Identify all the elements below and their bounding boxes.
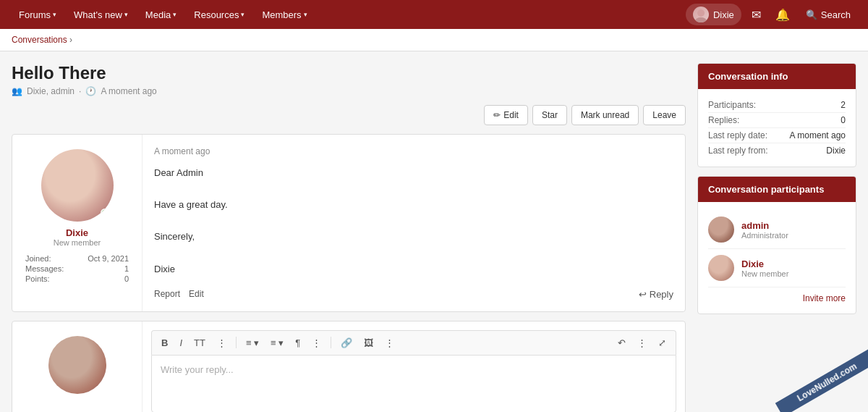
info-replies-row: Replies: 0 bbox=[708, 113, 846, 128]
italic-button[interactable]: I bbox=[176, 335, 186, 350]
reply-avatar bbox=[48, 336, 106, 394]
user-badge[interactable]: Dixie bbox=[686, 4, 741, 25]
nav-left: Forums ▾ What's new ▾ Media ▾ Resources … bbox=[12, 0, 686, 29]
participant-admin-avatar bbox=[708, 216, 734, 243]
online-status-dot bbox=[101, 209, 109, 217]
expand-button[interactable]: ⤢ bbox=[655, 335, 670, 350]
conv-info-body: Participants: 2 Replies: 0 Last reply da… bbox=[698, 89, 856, 167]
reply-button[interactable]: ↩ Reply bbox=[639, 289, 673, 300]
info-last-reply-date-row: Last reply date: A moment ago bbox=[708, 128, 846, 143]
list-button[interactable]: ≡ ▾ bbox=[242, 335, 263, 350]
clock-icon: 🕐 bbox=[85, 86, 96, 96]
search-icon: 🔍 bbox=[806, 9, 817, 20]
members-arrow-icon: ▾ bbox=[304, 11, 307, 18]
whats-new-arrow-icon: ▾ bbox=[124, 11, 128, 18]
message-links: Report Edit bbox=[154, 289, 204, 299]
resources-arrow-icon: ▾ bbox=[241, 11, 244, 18]
participant-dixie-role: New member bbox=[741, 269, 788, 278]
nav-resources[interactable]: Resources ▾ bbox=[187, 0, 252, 29]
paragraph-button[interactable]: ¶ bbox=[292, 335, 304, 350]
messages-icon[interactable]: ✉ bbox=[747, 5, 765, 25]
nav-whats-new[interactable]: What's new ▾ bbox=[67, 0, 135, 29]
meta-time: A moment ago bbox=[101, 86, 156, 96]
action-row: ✏ Edit Star Mark unread Leave bbox=[12, 105, 686, 125]
message-card: Dixie New member Joined: Oct 9, 2021 Mes… bbox=[12, 134, 686, 312]
alerts-icon[interactable]: 🔔 bbox=[771, 5, 794, 25]
media-arrow-icon: ▾ bbox=[173, 11, 176, 18]
toolbar-sep-2 bbox=[331, 337, 331, 348]
editor-textarea[interactable]: Write your reply... bbox=[151, 355, 676, 412]
main-column: Hello There 👥 Dixie, admin · 🕐 A moment … bbox=[12, 63, 686, 412]
more-insert-button[interactable]: ⋮ bbox=[381, 335, 398, 350]
image-button[interactable]: 🖼 bbox=[360, 335, 377, 350]
forums-arrow-icon: ▾ bbox=[53, 11, 56, 18]
message-user-panel: Dixie New member Joined: Oct 9, 2021 Mes… bbox=[12, 135, 142, 311]
participant-dixie-row: Dixie New member bbox=[708, 249, 846, 287]
star-button[interactable]: Star bbox=[532, 105, 567, 125]
mark-unread-button[interactable]: Mark unread bbox=[571, 105, 639, 125]
username[interactable]: Dixie bbox=[24, 227, 130, 238]
reply-card: B I TT ⋮ ≡ ▾ ≡ ▾ ¶ ⋮ 🔗 🖼 ⋮ ↶ ⋮ ⤢ bbox=[12, 321, 686, 412]
participant-admin-row: admin Administrator bbox=[708, 211, 846, 249]
participant-admin-role: Administrator bbox=[741, 231, 788, 240]
page-title: Hello There bbox=[12, 63, 686, 83]
nav-forums[interactable]: Forums ▾ bbox=[12, 0, 64, 29]
nav-right: Dixie ✉ 🔔 🔍 Search bbox=[686, 4, 856, 25]
breadcrumb-separator: › bbox=[69, 35, 72, 45]
nav-avatar bbox=[693, 7, 709, 22]
user-role: New member bbox=[24, 238, 130, 247]
edit-icon: ✏ bbox=[493, 110, 501, 120]
participant-dixie-avatar bbox=[708, 255, 734, 281]
invite-more-link[interactable]: Invite more bbox=[708, 287, 846, 305]
nav-username: Dixie bbox=[713, 9, 734, 20]
editor-toolbar: B I TT ⋮ ≡ ▾ ≡ ▾ ¶ ⋮ 🔗 🖼 ⋮ ↶ ⋮ ⤢ bbox=[151, 330, 676, 355]
breadcrumb: Conversations › bbox=[0, 29, 868, 51]
conv-participants-body: admin Administrator Dixie New member Inv… bbox=[698, 202, 856, 314]
message-time: A moment ago bbox=[154, 146, 673, 156]
breadcrumb-conversations-link[interactable]: Conversations bbox=[12, 35, 67, 45]
reply-avatar-face bbox=[48, 336, 106, 394]
user-stats: Joined: Oct 9, 2021 Messages: 1 Points: … bbox=[24, 253, 130, 285]
avatar bbox=[41, 149, 114, 222]
more-block-button[interactable]: ⋮ bbox=[308, 335, 325, 350]
participants-icon: 👥 bbox=[12, 86, 22, 96]
reply-editor-wrap: B I TT ⋮ ≡ ▾ ≡ ▾ ¶ ⋮ 🔗 🖼 ⋮ ↶ ⋮ ⤢ bbox=[142, 321, 685, 412]
bold-button[interactable]: B bbox=[158, 335, 171, 350]
page-meta: 👥 Dixie, admin · 🕐 A moment ago bbox=[12, 86, 686, 96]
navbar: Forums ▾ What's new ▾ Media ▾ Resources … bbox=[0, 0, 868, 29]
reply-user-panel bbox=[12, 321, 142, 412]
link-button[interactable]: 🔗 bbox=[337, 335, 356, 350]
overflow-button[interactable]: ⋮ bbox=[634, 335, 650, 350]
conv-info-box: Conversation info Participants: 2 Replie… bbox=[697, 63, 856, 167]
sidebar: Conversation info Participants: 2 Replie… bbox=[697, 63, 856, 412]
nav-members[interactable]: Members ▾ bbox=[255, 0, 314, 29]
message-body: A moment ago Dear Admin Have a great day… bbox=[142, 135, 685, 311]
edit-link[interactable]: Edit bbox=[189, 289, 204, 299]
message-text: Dear Admin Have a great day. Sincerely, … bbox=[154, 165, 673, 277]
align-button[interactable]: ≡ ▾ bbox=[267, 335, 287, 350]
report-link[interactable]: Report bbox=[154, 289, 180, 299]
undo-button[interactable]: ↶ bbox=[614, 335, 629, 350]
conv-participants-box: Conversation participants admin Administ… bbox=[697, 176, 856, 314]
message-actions: Report Edit ↩ Reply bbox=[154, 289, 673, 300]
participant-dixie-name[interactable]: Dixie bbox=[741, 258, 788, 269]
editor-placeholder: Write your reply... bbox=[161, 364, 234, 375]
conv-participants-header: Conversation participants bbox=[698, 177, 856, 202]
more-text-button[interactable]: ⋮ bbox=[213, 335, 230, 350]
text-size-button[interactable]: TT bbox=[190, 335, 209, 350]
svg-point-0 bbox=[697, 9, 705, 17]
conv-info-header: Conversation info bbox=[698, 64, 856, 89]
search-button[interactable]: 🔍 Search bbox=[800, 7, 856, 23]
page-content: Hello There 👥 Dixie, admin · 🕐 A moment … bbox=[0, 51, 868, 412]
toolbar-sep-1 bbox=[236, 337, 237, 348]
leave-button[interactable]: Leave bbox=[643, 105, 686, 125]
meta-participants: Dixie, admin bbox=[27, 86, 75, 96]
info-last-reply-from-row: Last reply from: Dixie bbox=[708, 143, 846, 158]
participant-admin-name[interactable]: admin bbox=[741, 220, 788, 231]
svg-point-1 bbox=[695, 17, 707, 22]
reply-icon: ↩ bbox=[639, 289, 647, 300]
edit-button[interactable]: ✏ Edit bbox=[484, 105, 528, 125]
nav-media[interactable]: Media ▾ bbox=[138, 0, 184, 29]
info-participants-row: Participants: 2 bbox=[708, 98, 846, 113]
page-header: Hello There 👥 Dixie, admin · 🕐 A moment … bbox=[12, 63, 686, 96]
